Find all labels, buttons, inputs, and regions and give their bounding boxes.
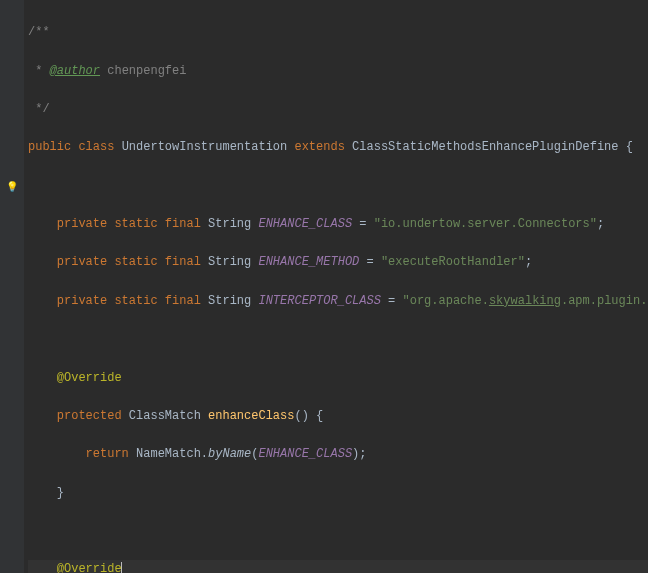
annotation-line: @Override [28, 369, 648, 388]
close-brace: } [28, 484, 648, 503]
line-gutter [0, 0, 24, 573]
code-editor[interactable]: /** * @author chenpengfei */ public clas… [0, 0, 648, 573]
code-line: * @author chenpengfei [28, 62, 648, 81]
field-declaration: private static final String INTERCEPTOR_… [28, 292, 648, 311]
class-declaration: public class UndertowInstrumentation ext… [28, 138, 648, 157]
blank-line [28, 522, 648, 541]
blank-line [28, 330, 648, 349]
javadoc-open: /** [28, 25, 50, 39]
code-line: /** [28, 23, 648, 42]
annotation-line-current: @Override [28, 560, 648, 573]
return-statement: return NameMatch.byName(ENHANCE_CLASS); [28, 445, 648, 464]
intention-bulb-icon[interactable]: 💡 [6, 180, 18, 192]
text-caret [121, 562, 122, 573]
field-declaration: private static final String ENHANCE_CLAS… [28, 215, 648, 234]
method-declaration: protected ClassMatch enhanceClass() { [28, 407, 648, 426]
field-declaration: private static final String ENHANCE_METH… [28, 253, 648, 272]
code-line: */ [28, 100, 648, 119]
blank-line [28, 177, 648, 196]
author-tag: @author [50, 64, 100, 78]
